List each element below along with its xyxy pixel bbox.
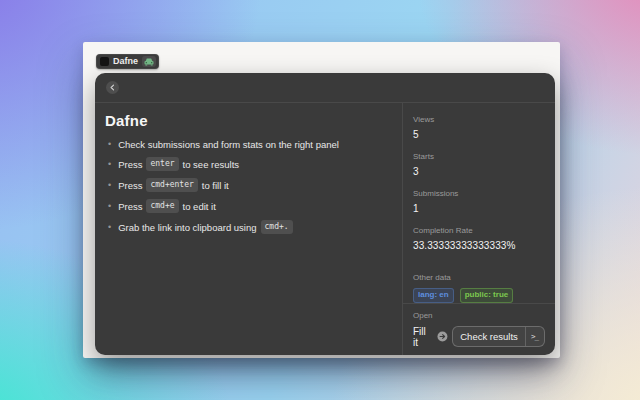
tag-list: lang: en public: true [413, 288, 545, 303]
stat-label: Starts [413, 152, 545, 161]
stat-value: 3 [413, 166, 545, 177]
kbd-cmd-enter: cmd+enter [146, 178, 197, 192]
list-item: • Grab the link into clipboard using cmd… [108, 220, 388, 234]
app-tab[interactable]: Dafne [96, 54, 159, 69]
app-tab-title: Dafne [113, 57, 138, 66]
instruction-text: to see results [183, 159, 240, 170]
arrow-right-circle-icon [437, 331, 448, 342]
fill-it-action[interactable]: Fill it [413, 326, 448, 348]
instruction-list: • Check submissions and form stats on th… [108, 139, 388, 234]
open-label: Open [413, 311, 545, 320]
check-results-label: Check results [453, 327, 525, 346]
list-item: • Press enter to see results [108, 157, 388, 171]
list-item: • Press cmd+e to edit it [108, 199, 388, 213]
dafne-logo-icon [100, 57, 109, 66]
list-item: • Press cmd+enter to fill it [108, 178, 388, 192]
app-window: Dafne Dafne [83, 42, 560, 358]
badge-lang: lang: en [413, 288, 454, 303]
stat-value: 1 [413, 203, 545, 214]
stat-value: 33.33333333333333% [413, 240, 545, 251]
other-data-label: Other data [413, 273, 545, 282]
terminal-icon: >_ [525, 328, 544, 345]
metadata-sidebar: Views 5 Starts 3 Submissions 1 Completio… [403, 103, 555, 355]
bullet-icon: • [108, 139, 111, 150]
stat-label: Views [413, 115, 545, 124]
desktop-background: { "tab": { "title": "Dafne" }, "detail":… [0, 0, 640, 400]
stat-label: Submissions [413, 189, 545, 198]
stat-value: 5 [413, 129, 545, 140]
panel-body: Dafne • Check submissions and form stats… [95, 103, 555, 355]
instruction-text: Grab the link into clipboard using [118, 222, 256, 233]
badge-public: public: true [460, 288, 514, 303]
instruction-text: Press [118, 180, 142, 191]
kbd-enter: enter [146, 157, 178, 171]
instruction-text: Press [118, 201, 142, 212]
bullet-icon: • [108, 222, 111, 233]
stat-label: Completion Rate [413, 226, 545, 235]
bullet-icon: • [108, 159, 111, 170]
panel-header [95, 73, 555, 103]
list-item: • Check submissions and form stats on th… [108, 139, 388, 150]
detail-content: Dafne • Check submissions and form stats… [95, 103, 402, 355]
instruction-text: to edit it [183, 201, 216, 212]
open-row: Fill it Check results >_ [413, 326, 545, 348]
extension-panel: Dafne • Check submissions and form stats… [95, 73, 555, 355]
instruction-text: Press [118, 159, 142, 170]
bullet-icon: • [108, 180, 111, 191]
open-section: Open Fill it Check results >_ [403, 303, 555, 348]
other-data-section: Other data lang: en public: true [413, 273, 545, 303]
kbd-cmd-e: cmd+e [146, 199, 178, 213]
car-icon [142, 56, 156, 67]
kbd-cmd-dot: cmd+. [261, 220, 293, 234]
back-button[interactable] [106, 81, 119, 94]
stat-views: Views 5 [413, 115, 545, 140]
stat-submissions: Submissions 1 [413, 189, 545, 214]
stat-completion-rate: Completion Rate 33.33333333333333% [413, 226, 545, 251]
bullet-icon: • [108, 201, 111, 212]
stat-starts: Starts 3 [413, 152, 545, 177]
page-title: Dafne [105, 112, 388, 129]
fill-it-label: Fill it [413, 326, 433, 348]
chevron-left-icon [109, 84, 116, 91]
instruction-text: Check submissions and form stats on the … [118, 139, 339, 150]
check-results-button[interactable]: Check results >_ [452, 326, 545, 347]
instruction-text: to fill it [202, 180, 229, 191]
